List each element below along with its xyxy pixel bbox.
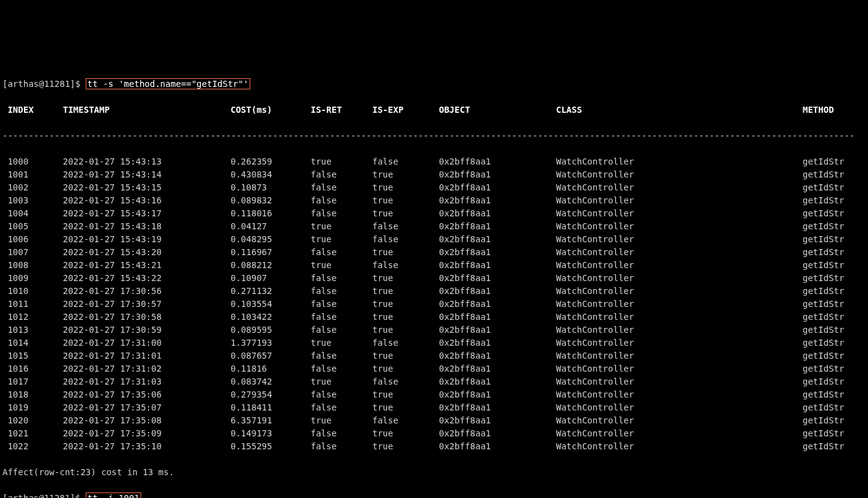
table-row: 10122022-01-27 17:30:580.103422falsetrue… — [2, 311, 866, 324]
cell-isexp: false — [372, 375, 439, 388]
header-isexp: IS-EXP — [372, 104, 439, 116]
cell-object: 0x2bff8aa1 — [439, 259, 556, 272]
cell-isret: false — [311, 349, 372, 362]
cell-isret: true — [311, 220, 372, 233]
cell-index: 1015 — [2, 349, 63, 362]
cell-method: getIdStr — [803, 168, 844, 181]
cell-cost: 0.087657 — [231, 349, 311, 362]
cell-isret: true — [311, 375, 372, 388]
cell-timestamp: 2022-01-27 17:35:09 — [63, 427, 231, 440]
cell-isexp: true — [372, 285, 439, 298]
cell-object: 0x2bff8aa1 — [439, 298, 556, 311]
cell-class: WatchController — [556, 194, 803, 207]
cell-isexp: true — [372, 181, 439, 194]
cell-isret: false — [311, 181, 372, 194]
cell-isexp: true — [372, 362, 439, 375]
cell-object: 0x2bff8aa1 — [439, 246, 556, 259]
affect-summary: Affect(row-cnt:23) cost in 13 ms. — [2, 466, 866, 479]
cell-object: 0x2bff8aa1 — [439, 181, 556, 194]
cell-index: 1017 — [2, 375, 63, 388]
cell-isexp: true — [372, 324, 439, 337]
cell-class: WatchController — [556, 155, 803, 168]
cell-object: 0x2bff8aa1 — [439, 401, 556, 414]
cell-object: 0x2bff8aa1 — [439, 375, 556, 388]
cell-index: 1007 — [2, 246, 63, 259]
cell-class: WatchController — [556, 375, 803, 388]
cell-timestamp: 2022-01-27 17:31:03 — [63, 375, 231, 388]
cell-index: 1000 — [2, 155, 63, 168]
header-index: INDEX — [2, 104, 63, 116]
cell-object: 0x2bff8aa1 — [439, 349, 556, 362]
header-timestamp: TIMESTAMP — [63, 104, 231, 116]
cell-timestamp: 2022-01-27 17:35:08 — [63, 414, 231, 427]
table-row: 10102022-01-27 17:30:560.271132falsetrue… — [2, 285, 866, 298]
cell-timestamp: 2022-01-27 15:43:17 — [63, 207, 231, 220]
cell-cost: 0.103554 — [231, 298, 311, 311]
table-row: 10182022-01-27 17:35:060.279354falsetrue… — [2, 388, 866, 401]
cell-isexp: true — [372, 298, 439, 311]
table-row: 10032022-01-27 15:43:160.089832falsetrue… — [2, 194, 866, 207]
cell-index: 1011 — [2, 298, 63, 311]
cell-timestamp: 2022-01-27 17:31:02 — [63, 362, 231, 375]
cell-method: getIdStr — [803, 349, 844, 362]
cell-class: WatchController — [556, 414, 803, 427]
cell-class: WatchController — [556, 427, 803, 440]
cell-cost: 0.083742 — [231, 375, 311, 388]
cell-object: 0x2bff8aa1 — [439, 311, 556, 324]
prompt-prefix: [arthas@11281]$ — [2, 79, 86, 89]
cell-timestamp: 2022-01-27 15:43:19 — [63, 233, 231, 246]
table-body: 10002022-01-27 15:43:130.262359truefalse… — [2, 155, 866, 453]
cell-index: 1018 — [2, 388, 63, 401]
table-row: 10152022-01-27 17:31:010.087657falsetrue… — [2, 349, 866, 362]
cell-isret: false — [311, 298, 372, 311]
header-method: METHOD — [803, 104, 834, 116]
command-1: tt -s 'method.name=="getIdStr"' — [86, 78, 250, 89]
prompt-line-2[interactable]: [arthas@11281]$ tt -i 1001 — [2, 492, 866, 498]
cell-class: WatchController — [556, 285, 803, 298]
cell-isexp: true — [372, 168, 439, 181]
cell-method: getIdStr — [803, 181, 844, 194]
cell-index: 1002 — [2, 181, 63, 194]
cell-method: getIdStr — [803, 337, 844, 349]
cell-index: 1012 — [2, 311, 63, 324]
header-class: CLASS — [556, 104, 803, 116]
cell-object: 0x2bff8aa1 — [439, 168, 556, 181]
cell-object: 0x2bff8aa1 — [439, 324, 556, 337]
cell-index: 1003 — [2, 194, 63, 207]
cell-timestamp: 2022-01-27 15:43:14 — [63, 168, 231, 181]
cell-method: getIdStr — [803, 401, 844, 414]
cell-class: WatchController — [556, 349, 803, 362]
cell-cost: 0.262359 — [231, 155, 311, 168]
prompt-line-1[interactable]: [arthas@11281]$ tt -s 'method.name=="get… — [2, 78, 866, 91]
cell-class: WatchController — [556, 388, 803, 401]
cell-timestamp: 2022-01-27 17:30:58 — [63, 311, 231, 324]
cell-isret: true — [311, 337, 372, 349]
cell-index: 1016 — [2, 362, 63, 375]
cell-method: getIdStr — [803, 375, 844, 388]
cell-timestamp: 2022-01-27 17:30:56 — [63, 285, 231, 298]
cell-method: getIdStr — [803, 220, 844, 233]
cell-class: WatchController — [556, 168, 803, 181]
cell-isret: false — [311, 168, 372, 181]
cell-timestamp: 2022-01-27 15:43:20 — [63, 246, 231, 259]
cell-cost: 0.118411 — [231, 401, 311, 414]
cell-isret: true — [311, 414, 372, 427]
cell-isret: false — [311, 401, 372, 414]
cell-isret: false — [311, 324, 372, 337]
cell-class: WatchController — [556, 324, 803, 337]
cell-cost: 0.271132 — [231, 285, 311, 298]
cell-timestamp: 2022-01-27 17:30:59 — [63, 324, 231, 337]
header-isret: IS-RET — [311, 104, 372, 116]
cell-method: getIdStr — [803, 285, 844, 298]
cell-class: WatchController — [556, 337, 803, 349]
cell-cost: 0.089832 — [231, 194, 311, 207]
cell-class: WatchController — [556, 311, 803, 324]
cell-cost: 0.10907 — [231, 272, 311, 285]
cell-method: getIdStr — [803, 311, 844, 324]
cell-isexp: true — [372, 440, 439, 453]
command-2: tt -i 1001 — [86, 492, 141, 498]
cell-cost: 0.116967 — [231, 246, 311, 259]
cell-timestamp: 2022-01-27 15:43:16 — [63, 194, 231, 207]
cell-method: getIdStr — [803, 233, 844, 246]
cell-isret: false — [311, 194, 372, 207]
